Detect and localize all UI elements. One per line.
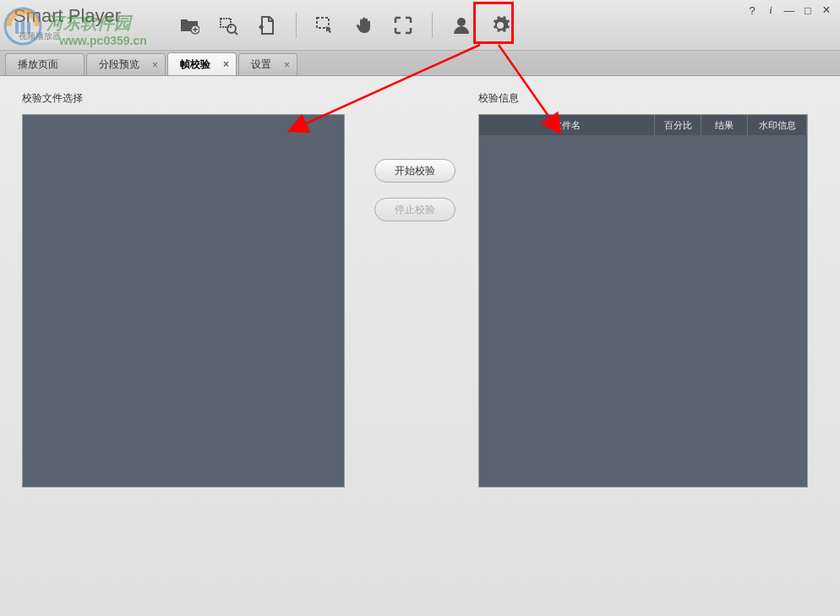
window-controls: ? i — □ × [745, 3, 833, 17]
tab-playback[interactable]: 播放页面 [5, 53, 85, 75]
help-button[interactable]: ? [745, 3, 759, 17]
file-select-label: 校验文件选择 [22, 91, 352, 106]
tab-label: 帧校验 [180, 57, 210, 72]
file-select-list[interactable] [22, 114, 345, 488]
tab-label: 设置 [251, 57, 271, 72]
app-title: Smart Player [14, 5, 121, 27]
svg-rect-7 [317, 18, 329, 28]
header-result[interactable]: 结果 [701, 115, 748, 135]
close-window-button[interactable]: × [820, 3, 833, 17]
tab-label: 分段预览 [99, 57, 139, 72]
app-title-area: Smart Player 视频播放器 [14, 5, 121, 43]
tab-label: 播放页面 [18, 57, 58, 72]
left-panel: 校验文件选择 [22, 91, 352, 601]
maximize-button[interactable]: □ [801, 3, 815, 17]
start-verify-button[interactable]: 开始校验 [374, 159, 455, 183]
svg-point-6 [227, 25, 236, 33]
svg-point-8 [457, 18, 466, 26]
fullscreen-icon[interactable] [391, 14, 415, 37]
app-subtitle: 视频播放器 [14, 30, 66, 43]
close-icon[interactable]: × [152, 59, 158, 71]
document-export-icon[interactable] [255, 14, 279, 37]
toolbar-separator [296, 13, 297, 38]
tab-frame-verify[interactable]: 帧校验 × [167, 52, 237, 75]
verify-info-table: 文件名 百分比 结果 水印信息 [478, 114, 808, 488]
gear-icon[interactable] [488, 14, 512, 37]
toolbar [177, 0, 512, 51]
tab-segment-preview[interactable]: 分段预览 × [86, 53, 166, 75]
folder-add-icon[interactable] [177, 14, 201, 37]
header-watermark[interactable]: 水印信息 [748, 115, 807, 135]
stop-verify-button: 停止校验 [374, 198, 455, 221]
right-panel: 校验信息 文件名 百分比 结果 水印信息 [478, 91, 818, 601]
middle-panel: 开始校验 停止校验 [368, 91, 461, 601]
content-area: 校验文件选择 开始校验 停止校验 校验信息 文件名 百分比 结果 水印信息 [0, 76, 840, 616]
close-icon[interactable]: × [284, 59, 290, 71]
verify-info-label: 校验信息 [478, 91, 818, 106]
info-button[interactable]: i [764, 3, 777, 17]
hand-pan-icon[interactable] [352, 14, 376, 37]
title-bar: 河东软件园 www.pc0359.cn Smart Player 视频播放器 [0, 0, 840, 51]
zoom-icon[interactable] [216, 14, 240, 37]
table-header-row: 文件名 百分比 结果 水印信息 [479, 115, 807, 135]
close-icon[interactable]: × [223, 58, 229, 70]
select-region-icon[interactable] [314, 14, 337, 37]
tabs-bar: 播放页面 分段预览 × 帧校验 × 设置 × [0, 51, 840, 76]
user-icon[interactable] [450, 14, 473, 37]
header-filename[interactable]: 文件名 [479, 115, 655, 135]
toolbar-separator [432, 13, 433, 38]
header-percent[interactable]: 百分比 [655, 115, 701, 135]
minimize-button[interactable]: — [783, 3, 796, 17]
tab-settings[interactable]: 设置 × [238, 53, 297, 75]
